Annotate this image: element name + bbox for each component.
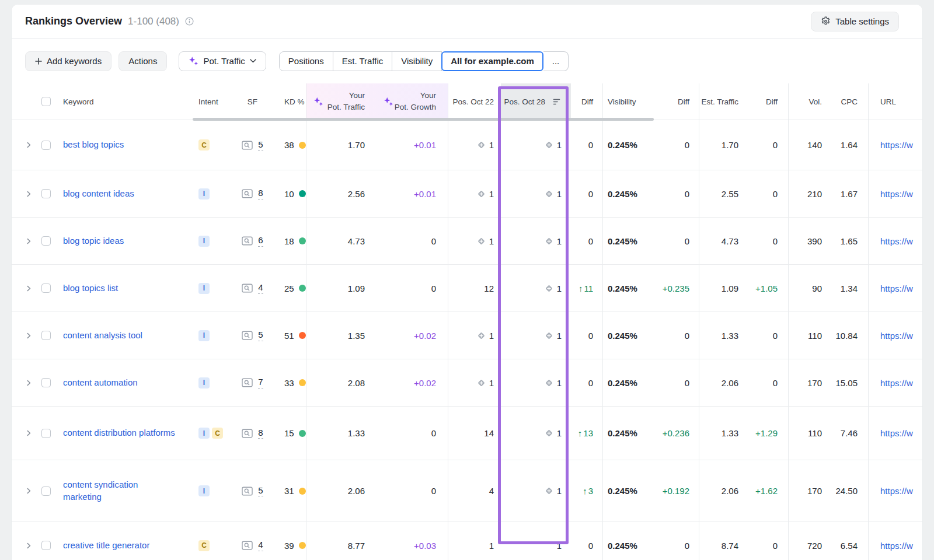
col-volume[interactable]: Vol. [789,83,832,120]
url-cell: https://w [869,407,921,460]
row-checkbox[interactable] [41,541,51,550]
url-link[interactable]: https://w [880,541,913,551]
serp-features-icon[interactable] [242,541,253,550]
tab-more[interactable]: ... [543,51,569,71]
col-est-traffic[interactable]: Est. Traffic [699,83,749,120]
expand-chevron-icon[interactable] [26,542,32,549]
select-all-checkbox[interactable] [41,97,51,106]
serp-features-icon[interactable] [242,331,253,340]
expand-chevron-icon[interactable] [26,142,32,148]
serp-features-icon[interactable] [242,284,253,293]
col-diff-position[interactable]: Diff [571,83,603,120]
keyword-link[interactable]: blog content ideas [63,188,134,200]
serp-features-count[interactable]: 5 [258,139,263,151]
keyword-link[interactable]: content analysis tool [63,330,142,341]
actions-button[interactable]: Actions [119,51,167,71]
table: Keyword Intent SF KD % Your Pot. Traffic… [12,83,922,560]
table-row: content automationI7332.08+0.021100.245%… [12,359,922,407]
row-checkbox[interactable] [41,429,51,438]
url-link[interactable]: https://w [880,284,913,293]
kd-cell: 39 [271,522,306,560]
serp-features-count[interactable]: 5 [258,330,263,341]
intent-cell: I [193,460,234,522]
tab-est-traffic[interactable]: Est. Traffic [333,51,393,71]
url-link[interactable]: https://w [880,189,913,199]
serp-features-icon[interactable] [242,189,253,198]
col-sf[interactable]: SF [234,83,271,120]
diff-visibility-value: +0.235 [653,265,699,312]
url-link[interactable]: https://w [880,236,913,246]
tab-visibility[interactable]: Visibility [392,51,442,71]
col-cpc[interactable]: CPC [832,83,869,120]
row-checkbox[interactable] [41,378,51,387]
expand-chevron-icon[interactable] [26,238,32,244]
col-kd[interactable]: KD % [271,83,306,120]
tab-all-for-example-com[interactable]: All for example.com [441,51,543,71]
expand-chevron-icon[interactable] [26,191,32,197]
keyword-link[interactable]: content automation [63,377,138,388]
row-checkbox[interactable] [41,487,51,496]
row-checkbox[interactable] [41,284,51,293]
col-url[interactable]: URL [869,83,921,120]
diff-visibility-value: +0.192 [653,460,699,522]
checkbox-cell [37,359,55,406]
serp-features-icon[interactable] [242,487,253,496]
pot-traffic-value: 1.09 [306,265,377,312]
url-link[interactable]: https://w [880,140,913,150]
col-keyword[interactable]: Keyword [55,83,193,120]
keyword-link[interactable]: blog topics list [63,282,118,294]
expand-cell [12,460,37,522]
keyword-link[interactable]: blog topic ideas [63,235,124,247]
col-pos-oct22[interactable]: Pos. Oct 22 [448,83,501,120]
url-link[interactable]: https://w [880,428,913,438]
pot-traffic-value: 2.08 [306,359,377,406]
intent-badge-I: I [198,485,210,496]
metric-dropdown-button[interactable]: Pot. Traffic [179,51,266,71]
expand-chevron-icon[interactable] [26,285,32,292]
intent-badge-I: I [198,188,210,200]
col-your-pot-traffic[interactable]: Your Pot. Traffic [306,83,377,120]
col-intent[interactable]: Intent [193,83,234,120]
row-checkbox[interactable] [41,141,51,150]
serp-features-count[interactable]: 8 [258,428,263,439]
tab-positions[interactable]: Positions [279,51,333,71]
serp-features-count[interactable]: 6 [258,235,263,247]
url-link[interactable]: https://w [880,486,913,496]
keyword-link[interactable]: content distribution platforms [63,427,175,439]
expand-chevron-icon[interactable] [26,430,32,436]
col-pos-oct28[interactable]: Pos. Oct 28 [501,83,571,120]
url-link[interactable]: https://w [880,331,913,341]
volume-value: 210 [789,170,832,217]
keyword-link[interactable]: content syndication marketing [63,479,175,503]
checkbox-cell [37,460,55,522]
serp-features-icon[interactable] [242,378,253,387]
expand-chevron-icon[interactable] [26,380,32,386]
serp-features-count[interactable]: 4 [258,282,263,294]
serp-features-icon[interactable] [242,236,253,246]
horizontal-scrollbar[interactable] [193,118,654,121]
serp-features-icon[interactable] [242,141,253,150]
col-visibility[interactable]: Visibility [603,83,653,120]
serp-features-count[interactable]: 8 [258,188,263,200]
col-diff-visibility[interactable]: Diff [653,83,699,120]
info-icon[interactable] [185,17,194,26]
pos-oct22-value: 4 [448,460,501,522]
expand-chevron-icon[interactable] [26,488,32,494]
row-checkbox[interactable] [41,331,51,340]
serp-features-count[interactable]: 4 [258,540,263,551]
keyword-link[interactable]: best blog topics [63,139,124,150]
serp-feature-position-icon [477,237,486,246]
col-your-pot-growth[interactable]: Your Pot. Growth [377,83,448,120]
diff-visibility-value: 0 [653,170,699,217]
keyword-link[interactable]: creative title generator [63,540,149,551]
serp-features-count[interactable]: 7 [258,377,263,388]
row-checkbox[interactable] [41,189,51,198]
row-checkbox[interactable] [41,236,51,246]
add-keywords-button[interactable]: Add keywords [25,51,111,71]
serp-features-count[interactable]: 5 [258,485,263,497]
table-settings-button[interactable]: Table settings [811,12,899,32]
col-diff-est-traffic[interactable]: Diff [749,83,789,120]
serp-features-icon[interactable] [242,429,253,438]
expand-chevron-icon[interactable] [26,332,32,339]
url-link[interactable]: https://w [880,378,913,388]
